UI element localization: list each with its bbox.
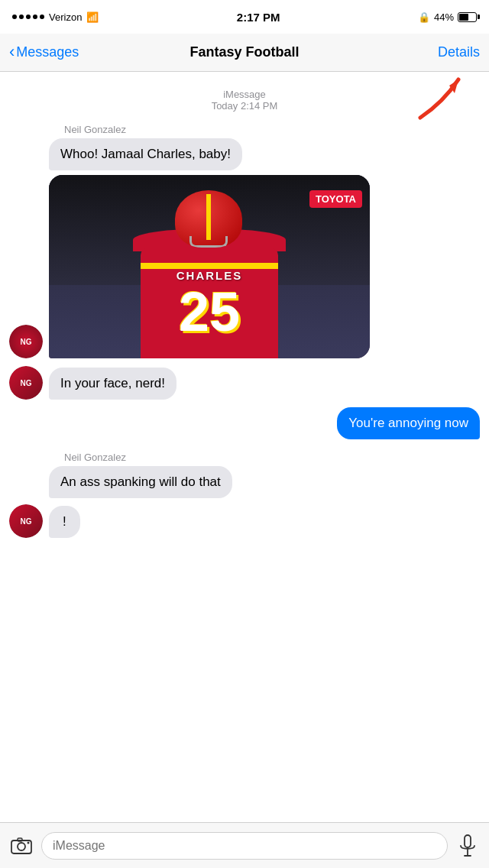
nav-title: Fantasy Football — [189, 44, 299, 60]
bubble-1-text: Whoo! Jamaal Charles, baby! — [60, 147, 231, 161]
message-row-6: NG ! — [9, 504, 480, 538]
lock-icon: 🔒 — [418, 11, 430, 23]
message-row-1: Whoo! Jamaal Charles, baby! — [9, 138, 480, 170]
battery-icon — [458, 12, 477, 22]
message-row-5: An ass spanking will do that — [9, 466, 480, 498]
bubble-5-text: An ass spanking will do that — [60, 474, 221, 489]
status-left: Verizon 📶 — [12, 11, 99, 23]
camera-button[interactable] — [8, 832, 35, 860]
avatar-3: NG — [9, 366, 43, 400]
svg-rect-5 — [465, 835, 471, 847]
svg-rect-3 — [18, 838, 22, 841]
carrier-label: Verizon — [49, 11, 82, 23]
message-row-3: NG In your face, nerd! — [9, 366, 480, 400]
jersey-number: 25 — [179, 284, 240, 339]
mic-icon — [459, 834, 476, 857]
input-bar — [0, 822, 489, 868]
bubble-1: Whoo! Jamaal Charles, baby! — [49, 138, 242, 170]
svg-point-2 — [18, 843, 25, 850]
avatar-img-2: NG — [9, 325, 43, 358]
nav-bar: ‹ Messages Fantasy Football Details — [0, 34, 489, 72]
jersey-name: CHARLES — [176, 269, 243, 282]
toyota-sign: TOYOTA — [309, 190, 362, 208]
bubble-3: In your face, nerd! — [49, 368, 176, 400]
message-row-4: You're annoying now — [9, 407, 480, 439]
signal-dots — [12, 15, 44, 19]
bubble-4-text: You're annoying now — [348, 416, 468, 430]
status-right: 🔒 44% — [418, 11, 477, 23]
back-label: Messages — [16, 44, 79, 60]
status-bar: Verizon 📶 2:17 PM 🔒 44% — [0, 0, 489, 34]
message-input[interactable] — [41, 832, 448, 860]
bubble-6: ! — [49, 506, 80, 538]
message-row-2: NG TOYOTA — [9, 175, 480, 358]
bubble-5: An ass spanking will do that — [49, 466, 232, 498]
avatar-6: NG — [9, 504, 43, 538]
bubble-4: You're annoying now — [337, 407, 480, 439]
sender-name-2: Neil Gonzalez — [64, 452, 480, 463]
bubble-3-text: In your face, nerd! — [60, 376, 165, 390]
arrow-annotation — [405, 72, 466, 128]
back-arrow-icon: ‹ — [9, 44, 15, 60]
svg-point-4 — [28, 841, 30, 844]
details-button[interactable]: Details — [438, 44, 480, 60]
back-button[interactable]: ‹ Messages — [9, 44, 79, 60]
mic-button[interactable] — [454, 832, 481, 860]
battery-label: 44% — [434, 11, 454, 23]
status-time: 2:17 PM — [237, 11, 280, 24]
wifi-icon: 📶 — [86, 11, 99, 23]
image-bubble[interactable]: TOYOTA CHARLES 25 — [49, 175, 370, 358]
bubble-6-text: ! — [63, 514, 66, 529]
avatar-2: NG — [9, 325, 43, 358]
messages-area: iMessage Today 2:14 PM Neil Gonzalez Who… — [0, 72, 489, 822]
football-player-image: TOYOTA CHARLES 25 — [49, 175, 370, 358]
camera-icon — [11, 837, 32, 854]
